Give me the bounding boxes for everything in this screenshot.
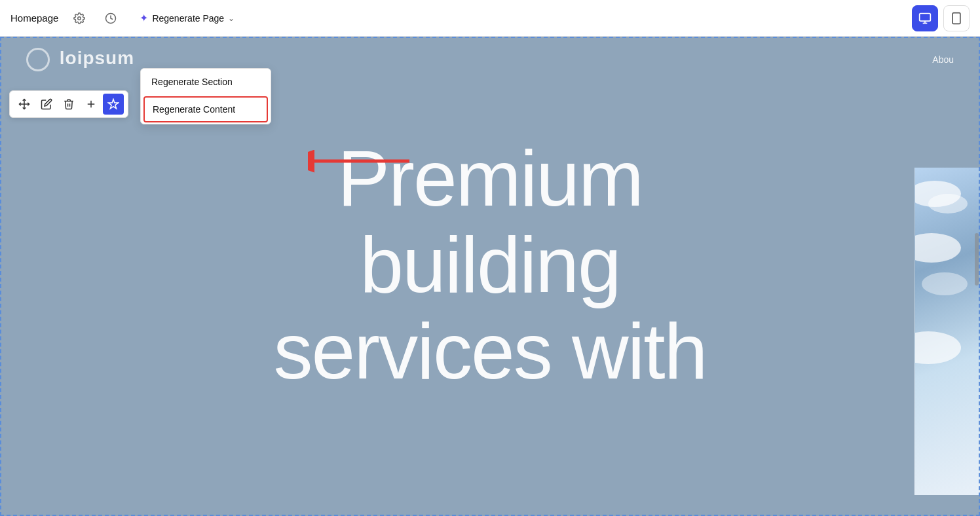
regenerate-page-label: Regenerate Page [152, 13, 224, 24]
ai-button[interactable] [103, 94, 124, 115]
mobile-view-button[interactable] [943, 5, 970, 31]
editor-area: loipsum Abou Premium building services w… [0, 37, 980, 516]
delete-button[interactable] [58, 94, 79, 115]
top-bar-right [912, 5, 970, 31]
svg-rect-2 [920, 13, 931, 21]
history-button[interactable] [100, 8, 121, 29]
hero-heading-line1: Premium [0, 135, 980, 221]
canvas-logo: loipsum [26, 48, 134, 71]
top-bar: Homepage ✦ Regenerate Page ⌄ [0, 0, 980, 37]
sparkle-icon: ✦ [140, 12, 148, 24]
move-button[interactable] [14, 94, 35, 115]
desktop-view-button[interactable] [912, 5, 938, 31]
top-bar-left: Homepage ✦ Regenerate Page ⌄ [10, 8, 912, 29]
edit-button[interactable] [36, 94, 57, 115]
hero-text: Premium building services with [0, 135, 980, 394]
hero-heading-line2: building [0, 221, 980, 308]
add-button[interactable] [81, 94, 102, 115]
section-toolbar [9, 90, 128, 118]
regenerate-content-item[interactable]: Regenerate Content [143, 96, 268, 122]
wrench-button[interactable] [69, 8, 90, 29]
red-arrow-annotation [308, 138, 413, 187]
svg-point-0 [78, 16, 81, 20]
canvas-nav-links: Abou [932, 54, 954, 65]
regenerate-page-button[interactable]: ✦ Regenerate Page ⌄ [132, 8, 242, 28]
chevron-down-icon: ⌄ [228, 14, 235, 23]
page-title: Homepage [10, 12, 58, 24]
svg-rect-5 [952, 12, 960, 24]
dropdown-menu: Regenerate Section Regenerate Content [140, 68, 271, 124]
regenerate-section-item[interactable]: Regenerate Section [141, 69, 271, 95]
hero-heading-line3: services with [0, 308, 980, 394]
nav-link-about: Abou [932, 54, 954, 65]
